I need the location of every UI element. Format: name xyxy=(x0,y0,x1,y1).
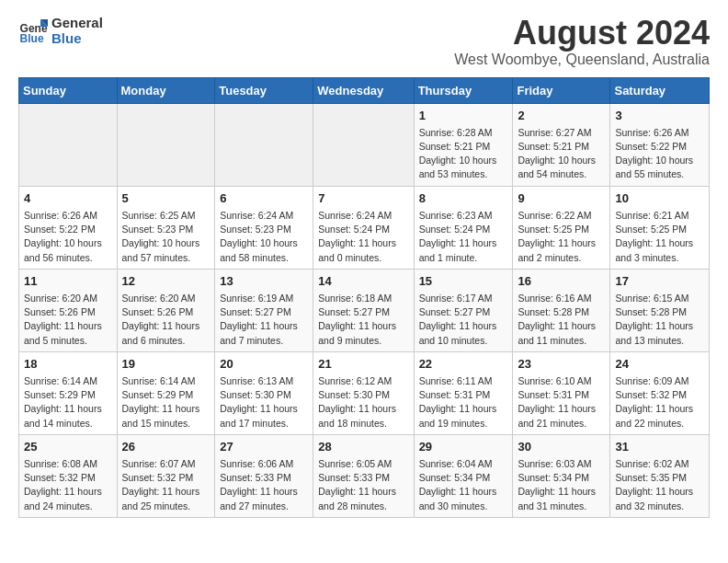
day-info: Sunrise: 6:27 AM Sunset: 5:21 PM Dayligh… xyxy=(518,126,605,182)
calendar-week-row: 1Sunrise: 6:28 AM Sunset: 5:21 PM Daylig… xyxy=(19,103,710,186)
day-info: Sunrise: 6:11 AM Sunset: 5:31 PM Dayligh… xyxy=(419,374,508,431)
calendar-week-row: 18Sunrise: 6:14 AM Sunset: 5:29 PM Dayli… xyxy=(19,351,710,434)
calendar-cell: 21Sunrise: 6:12 AM Sunset: 5:30 PM Dayli… xyxy=(313,351,414,434)
calendar-cell: 16Sunrise: 6:16 AM Sunset: 5:28 PM Dayli… xyxy=(513,269,610,351)
day-number: 13 xyxy=(220,273,308,290)
day-info: Sunrise: 6:24 AM Sunset: 5:24 PM Dayligh… xyxy=(318,209,408,265)
logo: General Blue General Blue xyxy=(18,15,103,46)
calendar-header-friday: Friday xyxy=(513,77,610,103)
day-number: 3 xyxy=(615,108,704,124)
day-info: Sunrise: 6:06 AM Sunset: 5:33 PM Dayligh… xyxy=(220,457,308,513)
calendar-header-tuesday: Tuesday xyxy=(215,77,313,103)
day-number: 20 xyxy=(220,356,308,373)
page-header: General Blue General Blue August 2024 We… xyxy=(18,15,710,68)
day-number: 19 xyxy=(122,356,210,373)
calendar-cell xyxy=(313,103,414,186)
day-number: 10 xyxy=(615,190,704,207)
day-number: 1 xyxy=(419,108,508,124)
calendar-header-monday: Monday xyxy=(117,77,215,103)
calendar-cell: 6Sunrise: 6:24 AM Sunset: 5:23 PM Daylig… xyxy=(215,186,313,269)
day-info: Sunrise: 6:26 AM Sunset: 5:22 PM Dayligh… xyxy=(24,209,112,265)
day-number: 9 xyxy=(518,190,605,207)
day-info: Sunrise: 6:15 AM Sunset: 5:28 PM Dayligh… xyxy=(615,292,704,348)
day-number: 16 xyxy=(518,273,605,290)
day-info: Sunrise: 6:19 AM Sunset: 5:27 PM Dayligh… xyxy=(220,292,308,348)
calendar-cell: 25Sunrise: 6:08 AM Sunset: 5:32 PM Dayli… xyxy=(19,434,118,517)
day-info: Sunrise: 6:18 AM Sunset: 5:27 PM Dayligh… xyxy=(318,292,408,348)
calendar-week-row: 11Sunrise: 6:20 AM Sunset: 5:26 PM Dayli… xyxy=(19,269,710,351)
day-number: 23 xyxy=(518,356,605,373)
calendar-cell: 13Sunrise: 6:19 AM Sunset: 5:27 PM Dayli… xyxy=(215,269,313,351)
day-info: Sunrise: 6:10 AM Sunset: 5:31 PM Dayligh… xyxy=(518,374,605,431)
calendar-cell: 24Sunrise: 6:09 AM Sunset: 5:32 PM Dayli… xyxy=(610,351,710,434)
day-info: Sunrise: 6:05 AM Sunset: 5:33 PM Dayligh… xyxy=(318,457,408,513)
calendar-cell: 30Sunrise: 6:03 AM Sunset: 5:34 PM Dayli… xyxy=(513,434,610,517)
day-info: Sunrise: 6:22 AM Sunset: 5:25 PM Dayligh… xyxy=(518,209,605,265)
title-block: August 2024 West Woombye, Queensland, Au… xyxy=(454,15,710,68)
calendar-cell: 17Sunrise: 6:15 AM Sunset: 5:28 PM Dayli… xyxy=(610,269,710,351)
day-info: Sunrise: 6:12 AM Sunset: 5:30 PM Dayligh… xyxy=(318,374,408,431)
day-number: 7 xyxy=(318,190,408,207)
day-info: Sunrise: 6:14 AM Sunset: 5:29 PM Dayligh… xyxy=(24,374,112,431)
page-title: August 2024 xyxy=(454,15,710,52)
calendar-table: SundayMondayTuesdayWednesdayThursdayFrid… xyxy=(18,77,710,518)
logo-line2: Blue xyxy=(51,30,103,46)
calendar-cell: 29Sunrise: 6:04 AM Sunset: 5:34 PM Dayli… xyxy=(414,434,513,517)
day-info: Sunrise: 6:08 AM Sunset: 5:32 PM Dayligh… xyxy=(24,457,112,513)
calendar-cell: 22Sunrise: 6:11 AM Sunset: 5:31 PM Dayli… xyxy=(414,351,513,434)
calendar-cell: 27Sunrise: 6:06 AM Sunset: 5:33 PM Dayli… xyxy=(215,434,313,517)
calendar-week-row: 25Sunrise: 6:08 AM Sunset: 5:32 PM Dayli… xyxy=(19,434,710,517)
logo-icon: General Blue xyxy=(18,16,48,45)
day-number: 5 xyxy=(122,190,210,207)
day-info: Sunrise: 6:23 AM Sunset: 5:24 PM Dayligh… xyxy=(419,209,508,265)
day-info: Sunrise: 6:20 AM Sunset: 5:26 PM Dayligh… xyxy=(24,292,112,348)
day-number: 29 xyxy=(419,439,508,455)
calendar-header-sunday: Sunday xyxy=(19,77,118,103)
day-info: Sunrise: 6:09 AM Sunset: 5:32 PM Dayligh… xyxy=(615,374,704,431)
day-number: 14 xyxy=(318,273,408,290)
day-number: 27 xyxy=(220,439,308,455)
calendar-week-row: 4Sunrise: 6:26 AM Sunset: 5:22 PM Daylig… xyxy=(19,186,710,269)
day-number: 25 xyxy=(24,439,112,455)
page-subtitle: West Woombye, Queensland, Australia xyxy=(454,52,710,68)
calendar-cell: 1Sunrise: 6:28 AM Sunset: 5:21 PM Daylig… xyxy=(414,103,513,186)
calendar-cell: 19Sunrise: 6:14 AM Sunset: 5:29 PM Dayli… xyxy=(117,351,215,434)
day-number: 4 xyxy=(24,190,112,207)
calendar-cell: 31Sunrise: 6:02 AM Sunset: 5:35 PM Dayli… xyxy=(610,434,710,517)
day-number: 24 xyxy=(615,356,704,373)
logo-line1: General xyxy=(51,15,103,30)
day-number: 31 xyxy=(615,439,704,455)
day-number: 30 xyxy=(518,439,605,455)
calendar-cell: 2Sunrise: 6:27 AM Sunset: 5:21 PM Daylig… xyxy=(513,103,610,186)
calendar-header-saturday: Saturday xyxy=(610,77,710,103)
day-info: Sunrise: 6:20 AM Sunset: 5:26 PM Dayligh… xyxy=(122,292,210,348)
day-info: Sunrise: 6:04 AM Sunset: 5:34 PM Dayligh… xyxy=(419,457,508,513)
day-info: Sunrise: 6:07 AM Sunset: 5:32 PM Dayligh… xyxy=(122,457,210,513)
day-info: Sunrise: 6:03 AM Sunset: 5:34 PM Dayligh… xyxy=(518,457,605,513)
calendar-cell xyxy=(117,103,215,186)
day-info: Sunrise: 6:13 AM Sunset: 5:30 PM Dayligh… xyxy=(220,374,308,431)
calendar-cell: 28Sunrise: 6:05 AM Sunset: 5:33 PM Dayli… xyxy=(313,434,414,517)
calendar-cell: 8Sunrise: 6:23 AM Sunset: 5:24 PM Daylig… xyxy=(414,186,513,269)
day-number: 8 xyxy=(419,190,508,207)
day-info: Sunrise: 6:24 AM Sunset: 5:23 PM Dayligh… xyxy=(220,209,308,265)
calendar-cell: 11Sunrise: 6:20 AM Sunset: 5:26 PM Dayli… xyxy=(19,269,118,351)
calendar-cell: 5Sunrise: 6:25 AM Sunset: 5:23 PM Daylig… xyxy=(117,186,215,269)
day-info: Sunrise: 6:17 AM Sunset: 5:27 PM Dayligh… xyxy=(419,292,508,348)
day-info: Sunrise: 6:26 AM Sunset: 5:22 PM Dayligh… xyxy=(615,126,704,182)
calendar-cell: 26Sunrise: 6:07 AM Sunset: 5:32 PM Dayli… xyxy=(117,434,215,517)
day-number: 15 xyxy=(419,273,508,290)
day-number: 12 xyxy=(122,273,210,290)
day-number: 22 xyxy=(419,356,508,373)
calendar-cell: 12Sunrise: 6:20 AM Sunset: 5:26 PM Dayli… xyxy=(117,269,215,351)
calendar-cell: 20Sunrise: 6:13 AM Sunset: 5:30 PM Dayli… xyxy=(215,351,313,434)
calendar-header-row: SundayMondayTuesdayWednesdayThursdayFrid… xyxy=(19,77,710,103)
day-number: 18 xyxy=(24,356,112,373)
calendar-cell: 7Sunrise: 6:24 AM Sunset: 5:24 PM Daylig… xyxy=(313,186,414,269)
calendar-cell: 18Sunrise: 6:14 AM Sunset: 5:29 PM Dayli… xyxy=(19,351,118,434)
calendar-header-thursday: Thursday xyxy=(414,77,513,103)
day-number: 11 xyxy=(24,273,112,290)
day-number: 6 xyxy=(220,190,308,207)
calendar-cell xyxy=(19,103,118,186)
calendar-cell xyxy=(215,103,313,186)
